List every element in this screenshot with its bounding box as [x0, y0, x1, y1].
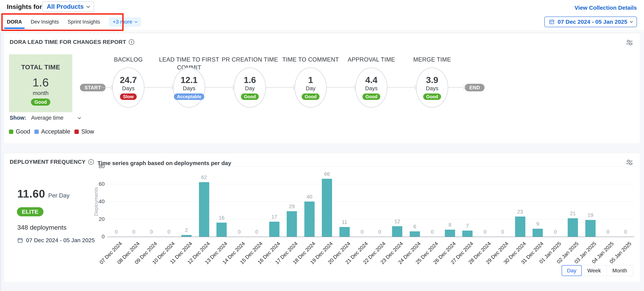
- view-collection-details-link[interactable]: View Collection Details: [574, 5, 637, 11]
- total-time-unit: month: [9, 90, 72, 96]
- deployment-bar[interactable]: [181, 235, 192, 237]
- stage-value: 3.9: [426, 75, 438, 85]
- deployment-bar[interactable]: [340, 227, 350, 237]
- chevron-down-icon: [134, 20, 138, 23]
- deployment-bar[interactable]: [532, 229, 543, 237]
- stage-unit: Days: [365, 85, 378, 92]
- deployment-bar[interactable]: [269, 222, 280, 237]
- stage-unit: Day: [245, 85, 255, 92]
- bar-value-label: 6: [406, 224, 424, 230]
- bar-value-label: 16: [213, 215, 230, 221]
- bar-value-label: 40: [301, 194, 318, 200]
- bar-value-label: 66: [318, 171, 336, 177]
- flow-arrow: [448, 87, 465, 88]
- product-selector[interactable]: All Products: [42, 1, 94, 12]
- tab-bar: DORADev InsightsSprint Insights +3 more …: [0, 13, 644, 31]
- deployment-bar[interactable]: [287, 211, 297, 237]
- deployment-bar[interactable]: [568, 218, 578, 237]
- deployment-bar[interactable]: [199, 182, 209, 237]
- deployment-bar[interactable]: [216, 223, 227, 237]
- stage-value: 12.1: [180, 75, 198, 85]
- y-tick-label: 0: [93, 234, 104, 240]
- calendar-icon: [549, 19, 554, 25]
- bar-value-label: 0: [108, 229, 125, 235]
- deployment-bar[interactable]: [515, 216, 525, 237]
- deployment-bar[interactable]: [410, 231, 420, 237]
- legend-label: Good: [16, 128, 30, 135]
- flow-arrow: [388, 87, 416, 88]
- bar-value-label: 62: [195, 175, 213, 180]
- more-tabs-label: +3 more: [112, 19, 132, 25]
- info-icon[interactable]: i: [129, 39, 134, 45]
- bar-value-label: 0: [142, 229, 160, 235]
- chart-settings-icon[interactable]: [626, 39, 633, 47]
- lead-time-card-title: DORA LEAD TIME FOR CHANGES REPORT i: [10, 39, 134, 45]
- granularity-day-button[interactable]: Day: [562, 265, 582, 276]
- stage-name: MERGE TIME: [402, 56, 462, 64]
- deployment-bar[interactable]: [304, 201, 314, 237]
- stage-name: TIME TO COMMENT: [280, 56, 341, 64]
- stage-status-badge: Slow: [120, 93, 137, 100]
- y-axis-label: Deployments: [93, 183, 99, 220]
- stage-value: 1: [308, 75, 313, 85]
- bar-value-label: 0: [125, 229, 142, 235]
- deployment-bar[interactable]: [445, 230, 455, 237]
- stage-unit: Days: [122, 85, 134, 92]
- stage-name: BACKLOG: [98, 56, 159, 64]
- flow-arrow: [205, 87, 234, 88]
- stage-status-badge: Good: [423, 93, 441, 100]
- page-left-edge: [0, 32, 1, 291]
- deployment-bar[interactable]: [392, 226, 402, 237]
- granularity-toggle: DayWeekMonth: [562, 265, 633, 276]
- show-dropdown[interactable]: Show: Average time: [10, 115, 80, 121]
- legend-swatch: [74, 130, 79, 134]
- stage-value: 24.7: [120, 75, 137, 85]
- gridline: [108, 201, 634, 202]
- stage-circle: 4.4DaysGood: [355, 67, 388, 108]
- deployment-bar[interactable]: [322, 179, 332, 237]
- bar-value-label: 0: [248, 229, 266, 235]
- deployment-bar[interactable]: [585, 220, 596, 237]
- legend-item: Acceptable: [34, 128, 70, 135]
- stage-value: 1.6: [244, 75, 256, 85]
- stage-circle: 12.1DaysAcceptable: [173, 67, 205, 108]
- tab-dev-insights[interactable]: Dev Insights: [31, 13, 59, 30]
- main-content: DORA LEAD TIME FOR CHANGES REPORT i TOTA…: [0, 33, 644, 282]
- tab-dora[interactable]: DORA: [7, 13, 22, 30]
- tab-sprint-insights[interactable]: Sprint Insights: [68, 13, 100, 30]
- product-selector-value: All Products: [47, 3, 84, 10]
- total-time-status-badge: Good: [31, 99, 50, 106]
- bar-value-label: 2: [178, 227, 195, 233]
- flow-end-pill: END: [465, 84, 484, 91]
- bar-value-label: 0: [476, 229, 494, 235]
- gridline: [108, 219, 634, 219]
- total-time-label: TOTAL TIME: [9, 64, 72, 71]
- bar-value-label: 0: [546, 229, 564, 235]
- bar-value-label: 0: [424, 229, 441, 235]
- show-label: Show:: [10, 115, 26, 121]
- stage-unit: Days: [426, 85, 438, 92]
- legend-swatch: [9, 130, 13, 134]
- flow-start-pill: START: [80, 84, 106, 91]
- date-range-picker[interactable]: 07 Dec 2024 - 05 Jan 2025: [544, 17, 637, 27]
- status-legend: GoodAcceptableSlow: [9, 128, 94, 135]
- granularity-month-button[interactable]: Month: [606, 265, 633, 276]
- chevron-down-icon: [78, 116, 81, 119]
- total-time-value: 1.6: [9, 77, 72, 88]
- stage-status-badge: Good: [241, 93, 259, 100]
- stage-value: 4.4: [365, 75, 378, 85]
- gridline: [108, 166, 634, 167]
- stage-circle: 24.7DaysSlow: [112, 67, 144, 108]
- bar-value-label: 0: [599, 229, 617, 235]
- granularity-week-button[interactable]: Week: [582, 265, 607, 276]
- deployments-bar-chart: 020406080007 Dec 2024008 Dec 2024009 Dec…: [4, 153, 640, 282]
- stage-circle: 1DayGood: [294, 67, 327, 108]
- deployment-bar[interactable]: [462, 231, 472, 237]
- legend-item: Slow: [74, 128, 94, 135]
- flow-arrow: [144, 87, 173, 88]
- bar-value-label: 17: [266, 214, 283, 220]
- more-tabs-button[interactable]: +3 more: [109, 17, 141, 27]
- flow-arrow: [101, 87, 112, 88]
- legend-item: Good: [9, 128, 30, 135]
- flow-arrow: [327, 87, 355, 88]
